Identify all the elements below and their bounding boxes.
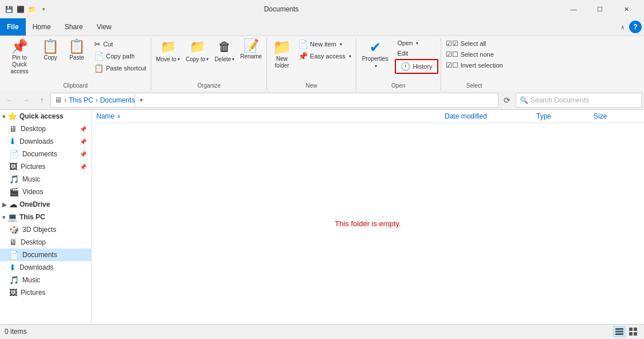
downloads-label: Downloads [19, 263, 53, 271]
new-folder-button[interactable]: 📁 Newfolder [269, 38, 294, 70]
copy-path-button[interactable]: 📄 Copy path [92, 50, 148, 62]
up-button[interactable]: ↑ [34, 93, 49, 108]
tab-share[interactable]: Share [58, 18, 90, 36]
properties-icon: ✔ [370, 40, 381, 56]
minimize-button[interactable]: — [560, 0, 587, 18]
music-label: Music [22, 276, 40, 284]
cut-button[interactable]: ✂ Cut [92, 38, 148, 50]
this-pc-label: This PC [19, 213, 45, 221]
svg-rect-4 [634, 328, 637, 331]
search-box[interactable]: 🔍 Search Documents [516, 93, 642, 108]
column-size-label: Size [594, 112, 607, 120]
content-area: Name ∧ Date modified Type Size This fold… [92, 110, 644, 324]
select-group: ☑☑ Select all ☑☐ Select none ☑☐ Invert s… [441, 38, 508, 90]
path-documents[interactable]: Documents [100, 96, 135, 104]
sidebar-item-videos-qa[interactable]: 🎬 Videos [0, 186, 91, 198]
column-name[interactable]: Name ∧ [96, 112, 445, 120]
search-placeholder: Search Documents [531, 96, 589, 104]
pin-label: Pin to Quickaccess [5, 54, 34, 75]
pictures-label: Pictures [21, 289, 45, 297]
svg-rect-2 [615, 333, 623, 335]
properties-dropdown[interactable]: ▾ [371, 63, 379, 69]
sidebar-item-onedrive[interactable]: ▶ ☁ OneDrive [0, 198, 91, 211]
documents-label: Documents [22, 251, 57, 259]
list-view-button[interactable] [627, 326, 639, 337]
new-item-button[interactable]: 📄 New item ▾ [296, 38, 354, 50]
sidebar-item-documents-qa[interactable]: 📄 Documents 📌 [0, 148, 91, 160]
help-button[interactable]: ? [629, 21, 642, 33]
column-size[interactable]: Size [594, 112, 639, 120]
pin-to-quick-access-button[interactable]: 📌 Pin to Quickaccess [2, 38, 37, 76]
paste-shortcut-button[interactable]: 📋 Paste shortcut [92, 62, 148, 74]
list-view-icon [629, 327, 638, 336]
properties-button-group: ✔ Properties ▾ [359, 38, 392, 69]
move-to-button[interactable]: 📁 [158, 38, 178, 56]
copy-to-button-group: 📁 Copy to▾ [183, 38, 211, 63]
column-type[interactable]: Type [536, 112, 594, 120]
move-to-icon: 📁 [160, 40, 176, 54]
edit-button[interactable]: Edit [395, 49, 438, 58]
select-none-button[interactable]: ☑☐ Select none [443, 49, 505, 60]
delete-button[interactable]: 🗑 [216, 38, 233, 56]
copy-to-label[interactable]: Copy to▾ [183, 56, 211, 63]
invert-selection-button[interactable]: ☑☐ Invert selection [443, 60, 505, 70]
close-button[interactable]: ✕ [613, 0, 639, 18]
delete-icon: 🗑 [218, 40, 231, 54]
maximize-button[interactable]: ☐ [587, 0, 613, 18]
select-all-button[interactable]: ☑☑ Select all [443, 38, 505, 49]
forward-button[interactable]: → [18, 93, 33, 108]
sidebar-item-quick-access[interactable]: ▾ ⭐ Quick access [0, 110, 91, 123]
details-view-button[interactable] [613, 326, 626, 337]
copy-to-button[interactable]: 📁 [187, 38, 207, 56]
tab-view[interactable]: View [90, 18, 119, 36]
edit-label: Edit [397, 50, 408, 57]
sidebar-item-desktop[interactable]: 🖥 Desktop [0, 236, 91, 249]
new-folder-label: Newfolder [275, 56, 289, 69]
column-date-modified[interactable]: Date modified [445, 112, 536, 120]
item-count: 0 items [5, 328, 27, 336]
content-header: Name ∧ Date modified Type Size [92, 110, 644, 123]
copy-label: Copy [44, 54, 57, 61]
main-area: ▾ ⭐ Quick access 🖥 Desktop 📌 ⬇ Downloads… [0, 110, 644, 324]
path-this-pc[interactable]: This PC [69, 96, 93, 104]
ribbon-collapse-button[interactable]: ∧ [616, 21, 628, 33]
open-button[interactable]: Open ▾ [395, 38, 438, 48]
copy-button[interactable]: 📋 Copy [38, 38, 63, 62]
organize-label: Organize [154, 81, 264, 90]
refresh-button[interactable]: ⟳ [500, 93, 515, 108]
rename-button[interactable]: 📝 Rename [238, 38, 264, 61]
copy-to-icon: 📁 [190, 40, 205, 54]
status-bar: 0 items [0, 324, 644, 338]
desktop-qa-label: Desktop [21, 125, 46, 133]
paste-button[interactable]: 📋 Paste [64, 38, 89, 62]
address-dropdown-button[interactable]: ▾ [135, 93, 147, 108]
address-path[interactable]: 🖥 › This PC › Documents ▾ [50, 93, 498, 108]
sidebar-item-downloads-qa[interactable]: ⬇ Downloads 📌 [0, 135, 91, 148]
column-name-label: Name [96, 112, 115, 120]
properties-button[interactable]: ✔ Properties [359, 38, 392, 63]
delete-label[interactable]: Delete▾ [212, 56, 237, 63]
sidebar-item-pictures-qa[interactable]: 🖼 Pictures 📌 [0, 160, 91, 173]
sidebar-item-documents[interactable]: 📄 Documents [0, 249, 91, 261]
tab-home[interactable]: Home [26, 18, 58, 36]
easy-access-button[interactable]: 📌 Easy access ▾ [296, 50, 354, 62]
sidebar-item-downloads[interactable]: ⬇ Downloads [0, 261, 91, 274]
tab-file[interactable]: File [0, 18, 26, 36]
history-button[interactable]: 🕐 History [395, 59, 438, 74]
sidebar-item-this-pc[interactable]: ▾ 💻 This PC [0, 211, 91, 223]
sidebar-item-desktop-qa[interactable]: 🖥 Desktop 📌 [0, 123, 91, 135]
clipboard-label: Clipboard [2, 81, 148, 90]
ribbon-tabs: File Home Share View ∧ ? [0, 18, 644, 36]
3d-objects-label: 3D Objects [22, 226, 56, 234]
sidebar-item-music[interactable]: 🎵 Music [0, 274, 91, 286]
move-to-label[interactable]: Move to▾ [154, 56, 182, 63]
address-bar: ← → ↑ 🖥 › This PC › Documents ▾ ⟳ 🔍 Sear… [0, 90, 644, 110]
desktop-label: Desktop [21, 238, 46, 246]
back-button[interactable]: ← [2, 93, 17, 108]
paste-icon: 📋 [68, 40, 85, 53]
copy-icon: 📋 [42, 40, 59, 53]
copy-path-label: Copy path [106, 53, 135, 60]
sidebar-item-pictures[interactable]: 🖼 Pictures [0, 286, 91, 299]
sidebar-item-3d-objects[interactable]: 🎲 3D Objects [0, 223, 91, 236]
sidebar-item-music-qa[interactable]: 🎵 Music [0, 173, 91, 186]
